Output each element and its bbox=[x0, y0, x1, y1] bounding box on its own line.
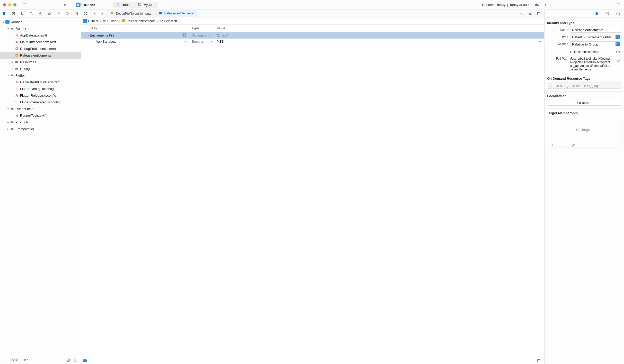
nav-back-button[interactable] bbox=[92, 11, 98, 16]
editor-tab[interactable]: DebugProfile.entitlements bbox=[106, 10, 155, 17]
find-navigator-tab[interactable] bbox=[29, 11, 34, 16]
chevron-right-icon: › bbox=[135, 3, 136, 7]
tree-label: RunnerTests.swift bbox=[20, 114, 47, 117]
debug-navigator-tab[interactable] bbox=[56, 11, 61, 16]
jump-segment[interactable]: Runner bbox=[107, 19, 117, 23]
toggle-navigator-button[interactable] bbox=[21, 2, 28, 8]
add-row-button[interactable]: + bbox=[182, 33, 186, 37]
jump-segment[interactable]: No Selection bbox=[159, 19, 177, 23]
disclosure-triangle-icon[interactable]: ▾ bbox=[6, 27, 10, 30]
editor-actions-button[interactable] bbox=[518, 10, 525, 17]
disclosure-triangle-icon[interactable]: ▾ bbox=[6, 74, 10, 77]
name-field[interactable]: Release.entitlements bbox=[570, 27, 621, 33]
toggle-inspector-button[interactable] bbox=[615, 2, 622, 8]
disclosure-triangle-icon[interactable]: ▸ bbox=[6, 121, 10, 124]
nav-forward-button[interactable] bbox=[99, 11, 105, 16]
minimize-window-button[interactable] bbox=[8, 3, 11, 6]
plist-row[interactable]: ▾Entitlements File+Dictionary▴▾(1 item) bbox=[81, 32, 544, 39]
tree-row[interactable]: ▸Configs bbox=[0, 65, 81, 72]
tree-row[interactable]: Release.entitlements bbox=[0, 52, 81, 59]
filter-scope-button[interactable]: ⌥▾ bbox=[10, 358, 19, 362]
plist-row[interactable]: App Sandbox▴▾Boolean▴▾YES▴▾ bbox=[81, 38, 544, 45]
scm-status-icon[interactable] bbox=[73, 357, 79, 363]
tree-row[interactable]: GeneratedPluginRegistrant.... bbox=[0, 79, 81, 85]
cloud-status-icon[interactable] bbox=[534, 2, 540, 8]
file-inspector-tab[interactable] bbox=[593, 10, 600, 17]
test-navigator-tab[interactable] bbox=[47, 11, 52, 16]
edit-target-button[interactable] bbox=[570, 142, 577, 148]
tree-label: GeneratedPluginRegistrant.... bbox=[20, 80, 64, 84]
tree-row[interactable]: Flutter-Debug.xcconfig bbox=[0, 85, 81, 92]
svg-rect-7 bbox=[617, 4, 620, 6]
location-select[interactable]: Relative to Group⌃⌄ bbox=[570, 41, 621, 47]
disclosure-triangle-icon[interactable]: ▸ bbox=[6, 128, 10, 130]
destination-name: My Mac bbox=[144, 3, 155, 7]
tree-row[interactable]: MainFlutterWindow.swift bbox=[0, 39, 81, 45]
zoom-window-button[interactable] bbox=[13, 3, 16, 6]
column-type-header[interactable]: Type bbox=[189, 25, 214, 32]
tree-row[interactable]: Flutter-Release.xcconfig bbox=[0, 92, 81, 99]
run-button[interactable] bbox=[62, 2, 68, 8]
scheme-selector[interactable]: Runner › My Mac bbox=[113, 2, 158, 8]
add-file-button[interactable] bbox=[2, 357, 8, 363]
tree-label: Flutter bbox=[15, 74, 25, 77]
odr-section-title: On Demand Resource Tags bbox=[547, 77, 621, 80]
close-window-button[interactable] bbox=[3, 3, 6, 6]
disclosure-triangle-icon[interactable]: ▸ bbox=[11, 61, 14, 63]
related-items-button[interactable] bbox=[83, 11, 88, 16]
identity-section-title: Identity and Type bbox=[547, 21, 621, 25]
remove-target-button[interactable] bbox=[560, 142, 566, 148]
tree-row[interactable]: ▾RunnerTests bbox=[0, 105, 81, 112]
type-select[interactable]: Default - Entitlements Plist⌃⌄ bbox=[570, 34, 621, 40]
history-inspector-tab[interactable] bbox=[604, 10, 611, 17]
tree-row[interactable]: Flutter-Generated.xcconfig bbox=[0, 99, 81, 105]
recent-files-icon[interactable] bbox=[65, 357, 72, 363]
jump-segment[interactable]: Release.entitlements bbox=[127, 19, 155, 23]
tree-row[interactable]: RunnerTests.swift bbox=[0, 112, 81, 119]
key-stepper-icon[interactable]: ▴▾ bbox=[184, 41, 187, 42]
editor-tab[interactable]: Release.entitlements bbox=[155, 10, 197, 17]
disclosure-triangle-icon[interactable]: ▸ bbox=[11, 67, 14, 70]
value-stepper-icon[interactable]: ▴▾ bbox=[539, 41, 541, 42]
choose-location-button[interactable] bbox=[615, 49, 621, 55]
editor-mode-indicator[interactable] bbox=[83, 359, 87, 362]
navigator-filter-input[interactable] bbox=[21, 358, 63, 362]
tree-row[interactable]: ▾Flutter bbox=[0, 72, 81, 79]
type-stepper-icon[interactable]: ▴▾ bbox=[209, 34, 212, 36]
tree-row[interactable]: ▸Frameworks bbox=[0, 125, 81, 132]
status-state: Ready bbox=[495, 3, 505, 7]
adjust-editor-button[interactable] bbox=[527, 10, 533, 17]
toggle-debug-area-button[interactable] bbox=[536, 357, 542, 364]
bookmark-navigator-tab[interactable] bbox=[20, 11, 25, 16]
issue-navigator-tab[interactable] bbox=[38, 11, 43, 16]
help-inspector-tab[interactable] bbox=[615, 10, 621, 17]
add-target-button[interactable] bbox=[549, 142, 556, 148]
disclosure-triangle-icon[interactable]: ▾ bbox=[86, 34, 90, 37]
plist-body[interactable]: ▾Entitlements File+Dictionary▴▾(1 item)A… bbox=[81, 32, 544, 357]
tree-row[interactable]: ▾Runner bbox=[0, 25, 81, 32]
add-editor-split-button[interactable] bbox=[536, 10, 542, 17]
navigator-tree[interactable]: ▾Runner▾RunnerAppDelegate.swiftMainFlutt… bbox=[0, 17, 81, 356]
source-control-navigator-tab[interactable] bbox=[11, 11, 16, 16]
breakpoint-navigator-tab[interactable] bbox=[65, 11, 70, 16]
tree-row[interactable]: ▾Runner bbox=[0, 19, 81, 25]
tree-label: Runner bbox=[15, 27, 26, 31]
type-stepper-icon[interactable]: ▴▾ bbox=[209, 41, 212, 42]
localize-button[interactable]: Localize... bbox=[547, 100, 621, 106]
tree-row[interactable]: DebugProfile.entitlements bbox=[0, 45, 81, 52]
project-navigator-tab[interactable] bbox=[2, 11, 7, 16]
tree-row[interactable]: ▸Resources bbox=[0, 59, 81, 65]
disclosure-triangle-icon[interactable]: ▾ bbox=[2, 21, 5, 23]
tree-row[interactable]: AppDelegate.swift bbox=[0, 32, 81, 39]
jump-bar[interactable]: Runner › Runner › Release.entitlements ›… bbox=[81, 17, 544, 25]
column-value-header[interactable]: Value bbox=[214, 25, 544, 32]
report-navigator-tab[interactable] bbox=[74, 11, 79, 16]
svg-point-26 bbox=[17, 89, 18, 90]
reveal-in-finder-button[interactable] bbox=[615, 57, 621, 63]
add-editor-button[interactable] bbox=[542, 2, 549, 8]
disclosure-triangle-icon[interactable]: ▾ bbox=[6, 107, 10, 110]
navigator-panel: ▾Runner▾RunnerAppDelegate.swiftMainFlutt… bbox=[0, 10, 81, 364]
column-key-header[interactable]: Key bbox=[81, 25, 189, 32]
tree-row[interactable]: ▸Products bbox=[0, 119, 81, 125]
jump-segment[interactable]: Runner bbox=[88, 19, 98, 23]
